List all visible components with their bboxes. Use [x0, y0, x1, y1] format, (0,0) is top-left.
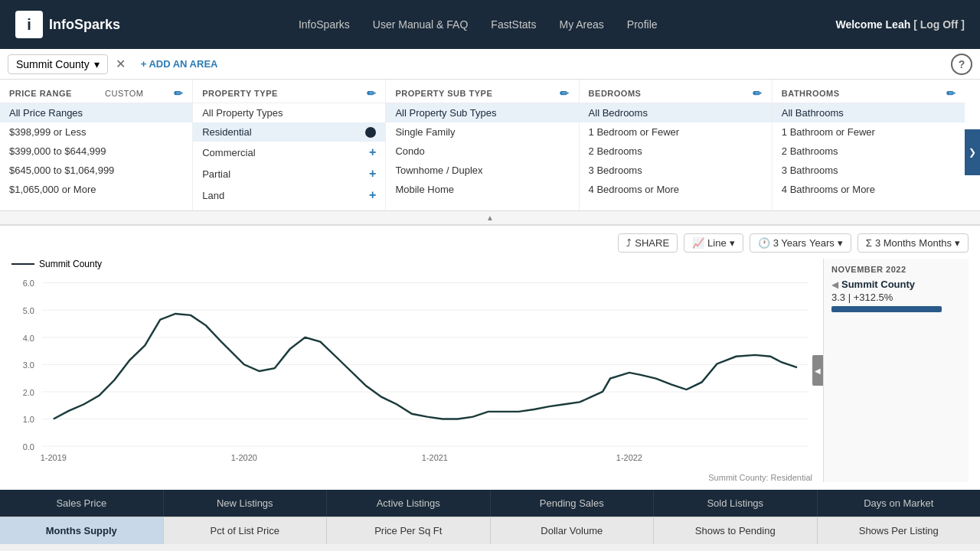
bathrooms-filter-icon[interactable]: ✏	[946, 87, 956, 99]
chart-source: Summit County: Residential	[11, 473, 812, 482]
svg-text:1-2022: 1-2022	[616, 453, 642, 462]
nav-manual[interactable]: User Manual & FAQ	[373, 18, 469, 31]
period-years-label: Years	[809, 237, 835, 249]
dropdown-icon: ▾	[730, 237, 735, 249]
period-button[interactable]: 🕐 3 Years Years ▾	[750, 233, 851, 253]
type-all[interactable]: All Property Types	[193, 103, 385, 122]
svg-text:1-2019: 1-2019	[41, 453, 67, 462]
tab-shows-per-listing[interactable]: Shows Per Listing	[818, 517, 981, 544]
svg-text:5.0: 5.0	[23, 306, 34, 315]
add-area-button[interactable]: + ADD AN AREA	[141, 58, 218, 70]
svg-text:2.0: 2.0	[23, 388, 34, 397]
sidebar-value: 3.3 | +312.5%	[831, 292, 961, 303]
subtype-mobile[interactable]: Mobile Home	[386, 180, 578, 199]
tab-sold-listings[interactable]: Sold Listings	[654, 490, 818, 517]
filter-bathrooms-header: BATHROOMS ✏	[773, 84, 965, 103]
nav-links: InfoSparks User Manual & FAQ FastStats M…	[299, 18, 658, 31]
type-commercial[interactable]: Commercial +	[193, 142, 385, 163]
chart-sidebar-collapse[interactable]: ◀	[812, 355, 823, 386]
tab-pct-list-price[interactable]: Pct of List Price	[164, 517, 328, 544]
tab-active-listings[interactable]: Active Listings	[327, 490, 491, 517]
type-partial[interactable]: Partial +	[193, 163, 385, 184]
filter-bedrooms-header: BEDROOMS ✏	[580, 84, 772, 103]
plus-icon[interactable]: +	[369, 188, 376, 202]
bathrooms-2[interactable]: 2 Bathrooms	[773, 142, 965, 161]
chart-legend: Summit County	[11, 259, 812, 269]
tab-new-listings[interactable]: New Listings	[164, 490, 328, 517]
bathrooms-all[interactable]: All Bathrooms	[773, 103, 965, 122]
sub-type-filter-icon[interactable]: ✏	[560, 87, 570, 99]
bottom-tabs-row1: Sales Price New Listings Active Listings…	[0, 490, 980, 517]
filter-panel: PRICE RANGE CUSTOM ✏ All Price Ranges $3…	[0, 80, 980, 210]
filter-bedrooms: BEDROOMS ✏ All Bedrooms 1 Bedroom or Few…	[580, 80, 773, 210]
logo: i InfoSparks	[15, 11, 120, 38]
chart-container: Summit County 6.0 5.0 4.0 3.0 2.0 1.0 0.…	[11, 259, 969, 482]
chart-sidebar: NOVEMBER 2022 ◀ Summit County 3.3 | +312…	[823, 259, 969, 482]
bedrooms-4plus[interactable]: 4 Bedrooms or More	[580, 180, 772, 199]
view-type-button[interactable]: 📈 Line ▾	[684, 233, 743, 253]
aggregate-button[interactable]: Σ 3 Months Months ▾	[858, 233, 969, 253]
type-land[interactable]: Land +	[193, 184, 385, 206]
period-dropdown-icon: ▾	[838, 237, 843, 249]
line-icon: 📈	[692, 237, 704, 249]
sidebar-left-arrow[interactable]: ◀	[831, 279, 838, 290]
filter-sub-type-header: PROPERTY SUB TYPE ✏	[386, 84, 578, 103]
share-button[interactable]: ⤴ SHARE	[618, 233, 678, 253]
logo-icon: i	[15, 11, 43, 38]
chart-area: ⤴ SHARE 📈 Line ▾ 🕐 3 Years Years ▾ Σ 3 M…	[0, 226, 980, 490]
area-bar: Summit County ▾ ✕ + ADD AN AREA ?	[0, 49, 980, 80]
type-residential[interactable]: Residential	[193, 122, 385, 142]
panel-toggle[interactable]: ❯	[965, 129, 980, 175]
subtype-single-family[interactable]: Single Family	[386, 122, 578, 142]
tab-shows-to-pending[interactable]: Shows to Pending	[654, 517, 818, 544]
property-type-filter-icon[interactable]: ✏	[367, 87, 377, 99]
tab-price-per-sqft[interactable]: Price Per Sq Ft	[327, 517, 491, 544]
share-icon: ⤴	[626, 237, 632, 249]
tab-dollar-volume[interactable]: Dollar Volume	[491, 517, 655, 544]
subtype-townhome[interactable]: Townhome / Duplex	[386, 161, 578, 180]
area-close-icon[interactable]: ✕	[116, 57, 126, 71]
bedrooms-filter-icon[interactable]: ✏	[753, 87, 763, 99]
price-399k-644k[interactable]: $399,000 to $644,999	[0, 142, 192, 161]
bedrooms-3[interactable]: 3 Bedrooms	[580, 161, 772, 180]
filter-property-type: PROPERTY TYPE ✏ All Property Types Resid…	[193, 80, 386, 210]
chart-toolbar: ⤴ SHARE 📈 Line ▾ 🕐 3 Years Years ▾ Σ 3 M…	[11, 233, 969, 253]
panel-collapse[interactable]: ▲	[0, 210, 980, 224]
nav-myareas[interactable]: My Areas	[560, 18, 604, 31]
bottom-tabs-row2: Months Supply Pct of List Price Price Pe…	[0, 517, 980, 544]
svg-text:0.0: 0.0	[23, 442, 34, 452]
price-645k-1064k[interactable]: $645,000 to $1,064,999	[0, 161, 192, 180]
bathrooms-3[interactable]: 3 Bathrooms	[773, 161, 965, 180]
line-chart: 6.0 5.0 4.0 3.0 2.0 1.0 0.0 1-2019 1-202…	[11, 276, 812, 467]
tab-months-supply[interactable]: Months Supply	[0, 517, 164, 544]
tab-sales-price[interactable]: Sales Price	[0, 490, 164, 517]
price-all[interactable]: All Price Ranges	[0, 103, 192, 122]
bedrooms-all[interactable]: All Bedrooms	[580, 103, 772, 122]
bedrooms-1[interactable]: 1 Bedroom or Fewer	[580, 122, 772, 142]
bathrooms-1[interactable]: 1 Bathroom or Fewer	[773, 122, 965, 142]
filter-price-range-header: PRICE RANGE CUSTOM ✏	[0, 84, 192, 103]
tab-pending-sales[interactable]: Pending Sales	[491, 490, 655, 517]
bedrooms-2[interactable]: 2 Bedrooms	[580, 142, 772, 161]
subtype-condo[interactable]: Condo	[386, 142, 578, 161]
header: i InfoSparks InfoSparks User Manual & FA…	[0, 0, 980, 49]
help-button[interactable]: ?	[951, 54, 972, 75]
price-under-399k[interactable]: $398,999 or Less	[0, 122, 192, 142]
plus-icon[interactable]: +	[369, 167, 376, 181]
bathrooms-4plus[interactable]: 4 Bathrooms or More	[773, 180, 965, 199]
nav-infosparks[interactable]: InfoSparks	[299, 18, 350, 31]
nav-profile[interactable]: Profile	[627, 18, 658, 31]
tooltip-date: NOVEMBER 2022	[831, 265, 961, 274]
price-over-1065k[interactable]: $1,065,000 or More	[0, 180, 192, 199]
welcome-prefix: Welcome	[835, 18, 885, 31]
nav-faststats[interactable]: FastStats	[491, 18, 536, 31]
plus-icon[interactable]: +	[369, 145, 376, 159]
subtype-all[interactable]: All Property Sub Types	[386, 103, 578, 122]
price-range-filter-icon[interactable]: ✏	[174, 87, 184, 99]
tab-days-on-market[interactable]: Days on Market	[818, 490, 981, 517]
sigma-icon: Σ	[866, 237, 872, 249]
logout-link[interactable]: [ Log Off ]	[913, 18, 965, 31]
area-selector[interactable]: Summit County ▾	[8, 54, 108, 74]
filter-price-range: PRICE RANGE CUSTOM ✏ All Price Ranges $3…	[0, 80, 193, 210]
chevron-down-icon[interactable]: ▾	[94, 58, 100, 70]
